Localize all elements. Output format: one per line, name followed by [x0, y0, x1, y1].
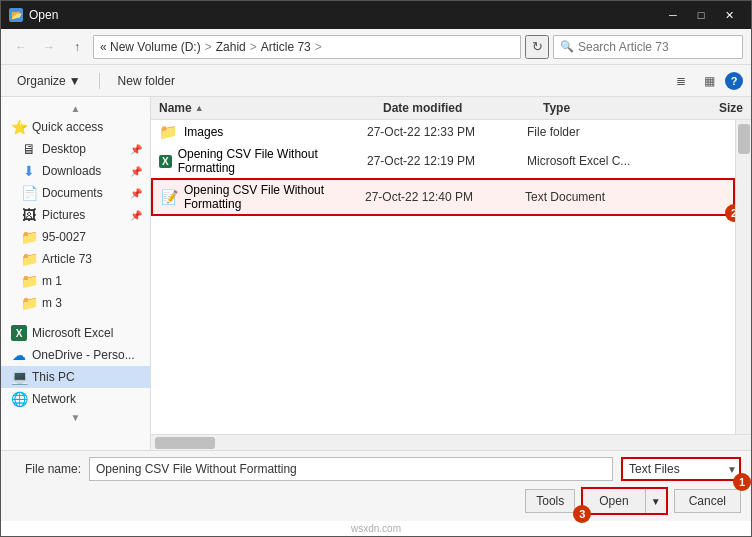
toolbar-right: ≣ ▦ ?: [669, 69, 743, 93]
scrollbar-track[interactable]: [735, 120, 751, 434]
view-toggle-button[interactable]: ▦: [697, 69, 721, 93]
table-row[interactable]: 📝 Opening CSV File Without Formatting 27…: [151, 178, 735, 216]
title-bar-left: 📂 Open: [9, 8, 58, 22]
file-date-cell: 27-Oct-22 12:19 PM: [367, 154, 527, 168]
refresh-button[interactable]: ↻: [525, 35, 549, 59]
desktop-icon: 🖥: [21, 141, 37, 157]
badge-2: 2: [725, 204, 735, 222]
sidebar-scroll-down[interactable]: ▼: [1, 410, 150, 425]
close-button[interactable]: ✕: [715, 1, 743, 29]
folder-icon: 📁: [21, 273, 37, 289]
col-size-header[interactable]: Size: [683, 101, 743, 115]
organize-button[interactable]: Organize ▼: [9, 72, 89, 90]
up-button[interactable]: ↑: [65, 35, 89, 59]
pin-icon: 📌: [130, 144, 142, 155]
sidebar-item-label: m 1: [42, 274, 62, 288]
new-folder-button[interactable]: New folder: [110, 72, 183, 90]
sidebar-item-m1[interactable]: 📁 m 1: [1, 270, 150, 292]
file-date-cell: 27-Oct-22 12:33 PM: [367, 125, 527, 139]
pin-icon: 📌: [130, 188, 142, 199]
main-area: ▲ ⭐ Quick access 🖥 Desktop 📌 ⬇ Downloads…: [1, 97, 751, 450]
col-type-header[interactable]: Type: [543, 101, 683, 115]
breadcrumb-sep-3: >: [315, 40, 322, 54]
help-button[interactable]: ?: [725, 72, 743, 90]
onedrive-icon: ☁: [11, 347, 27, 363]
toolbar: Organize ▼ New folder ≣ ▦ ?: [1, 65, 751, 97]
sidebar-item-documents[interactable]: 📄 Documents 📌: [1, 182, 150, 204]
hscroll-bar[interactable]: [151, 434, 751, 450]
col-date-label: Date modified: [383, 101, 462, 115]
sidebar-item-onedrive[interactable]: ☁ OneDrive - Perso...: [1, 344, 150, 366]
table-row[interactable]: X Opening CSV File Without Formatting 27…: [151, 144, 735, 178]
documents-icon: 📄: [21, 185, 37, 201]
minimize-button[interactable]: ─: [659, 1, 687, 29]
window-title: Open: [29, 8, 58, 22]
view-options-button[interactable]: ≣: [669, 69, 693, 93]
sidebar-item-pictures[interactable]: 🖼 Pictures 📌: [1, 204, 150, 226]
file-name-label: File name:: [11, 462, 81, 476]
table-row[interactable]: 📁 Images 27-Oct-22 12:33 PM File folder: [151, 120, 735, 144]
col-date-header[interactable]: Date modified: [383, 101, 543, 115]
watermark: wsxdn.com: [1, 521, 751, 536]
sidebar-item-label: 95-0027: [42, 230, 86, 244]
file-name-text: Opening CSV File Without Formatting: [178, 147, 367, 175]
scrollbar-thumb[interactable]: [738, 124, 750, 154]
open-button[interactable]: Open: [583, 489, 645, 513]
excel-file-icon: X: [159, 155, 172, 168]
sidebar-item-m3[interactable]: 📁 m 3: [1, 292, 150, 314]
sidebar-item-microsoft-excel[interactable]: X Microsoft Excel: [1, 322, 150, 344]
sidebar-item-label: OneDrive - Perso...: [32, 348, 135, 362]
cancel-button[interactable]: Cancel: [674, 489, 741, 513]
file-name-text: Images: [184, 125, 223, 139]
sidebar-item-95-0027[interactable]: 📁 95-0027: [1, 226, 150, 248]
breadcrumb[interactable]: « New Volume (D:) > Zahid > Article 73 >: [93, 35, 521, 59]
sidebar-item-desktop[interactable]: 🖥 Desktop 📌: [1, 138, 150, 160]
open-dialog: 📂 Open ─ □ ✕ ← → ↑ « New Volume (D:) > Z…: [0, 0, 752, 537]
maximize-button[interactable]: □: [687, 1, 715, 29]
search-input[interactable]: [578, 40, 736, 54]
sidebar-item-article-73[interactable]: 📁 Article 73: [1, 248, 150, 270]
breadcrumb-drive[interactable]: « New Volume (D:): [100, 40, 201, 54]
col-type-label: Type: [543, 101, 570, 115]
sidebar-item-label: Quick access: [32, 120, 103, 134]
back-button[interactable]: ←: [9, 35, 33, 59]
file-name-input[interactable]: [89, 457, 613, 481]
hscroll-thumb[interactable]: [155, 437, 215, 449]
sidebar-item-label: Desktop: [42, 142, 86, 156]
quick-access-icon: ⭐: [11, 119, 27, 135]
breadcrumb-sep-1: >: [205, 40, 212, 54]
pin-icon: 📌: [130, 210, 142, 221]
organize-arrow: ▼: [69, 74, 81, 88]
tools-button[interactable]: Tools: [525, 489, 575, 513]
pictures-icon: 🖼: [21, 207, 37, 223]
badge-1: 1: [733, 473, 751, 491]
file-name-cell: 📁 Images: [159, 123, 367, 141]
file-type-cell: Text Document: [525, 190, 665, 204]
forward-button[interactable]: →: [37, 35, 61, 59]
file-type-select[interactable]: Text Files: [621, 457, 741, 481]
sort-arrow: ▲: [195, 103, 204, 113]
breadcrumb-zahid[interactable]: Zahid: [216, 40, 246, 54]
col-size-label: Size: [719, 101, 743, 115]
title-bar: 📂 Open ─ □ ✕: [1, 1, 751, 29]
file-name-cell: 📝 Opening CSV File Without Formatting: [161, 183, 365, 211]
file-list-header: Name ▲ Date modified Type Size: [151, 97, 751, 120]
col-name-label: Name: [159, 101, 192, 115]
sidebar-item-this-pc[interactable]: 💻 This PC: [1, 366, 150, 388]
sidebar-item-network[interactable]: 🌐 Network: [1, 388, 150, 410]
text-file-icon: 📝: [161, 189, 178, 205]
sidebar-item-downloads[interactable]: ⬇ Downloads 📌: [1, 160, 150, 182]
sidebar-scroll-up[interactable]: ▲: [1, 101, 150, 116]
breadcrumb-article73[interactable]: Article 73: [261, 40, 311, 54]
open-dropdown-button[interactable]: ▼: [646, 489, 666, 513]
col-name-header[interactable]: Name ▲: [159, 101, 383, 115]
address-bar: ← → ↑ « New Volume (D:) > Zahid > Articl…: [1, 29, 751, 65]
sidebar-item-label: Pictures: [42, 208, 85, 222]
folder-icon: 📁: [159, 123, 178, 141]
sidebar-item-quick-access[interactable]: ⭐ Quick access: [1, 116, 150, 138]
sidebar-item-label: Documents: [42, 186, 103, 200]
organize-label: Organize: [17, 74, 66, 88]
file-date-cell: 27-Oct-22 12:40 PM: [365, 190, 525, 204]
file-type-cell: Microsoft Excel C...: [527, 154, 667, 168]
search-icon: 🔍: [560, 40, 574, 53]
